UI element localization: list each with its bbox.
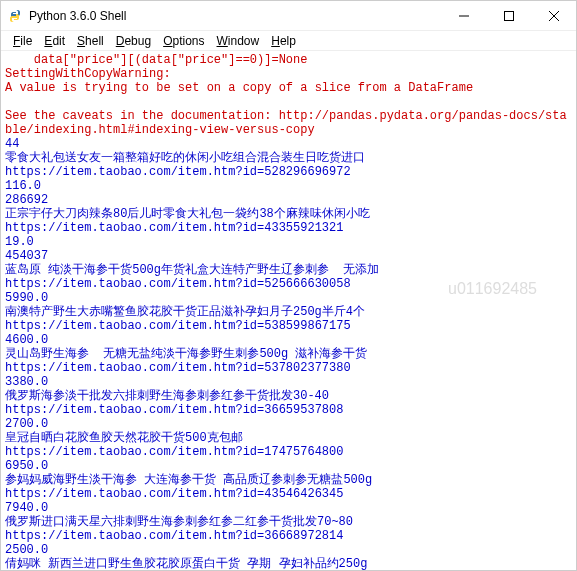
output-line: 5990.0 [5,291,572,305]
output-line: https://item.taobao.com/item.htm?id=5385… [5,319,572,333]
output-line: https://item.taobao.com/item.htm?id=4335… [5,221,572,235]
menu-window[interactable]: Window [211,34,266,48]
output-line: 6950.0 [5,459,572,473]
titlebar: Python 3.6.0 Shell [1,1,576,31]
output-line: 参妈妈威海野生淡干海参 大连海参干货 高品质辽参刺参无糖盐500g [5,473,572,487]
output-line: SettingWithCopyWarning: [5,67,572,81]
output-line: 灵山岛野生海参 无糖无盐纯淡干海参野生刺参500g 滋补海参干货 [5,347,572,361]
menu-debug[interactable]: Debug [110,34,157,48]
output-line: 零食大礼包送女友一箱整箱好吃的休闲小吃组合混合装生日吃货进口 [5,151,572,165]
output-line: 3380.0 [5,375,572,389]
output-line: 454037 [5,249,572,263]
output-line: 19.0 [5,235,572,249]
maximize-button[interactable] [486,1,531,30]
output-line: 2700.0 [5,417,572,431]
output-line [5,95,572,109]
shell-output[interactable]: data["price"][(data["price"]==0)]=NoneSe… [1,51,576,570]
output-line: 俄罗斯进口满天星六排刺野生海参刺参红参二红参干货批发70~80 [5,515,572,529]
output-line: 正宗宇仔大刀肉辣条80后儿时零食大礼包一袋约38个麻辣味休闲小吃 [5,207,572,221]
minimize-button[interactable] [441,1,486,30]
menubar: File Edit Shell Debug Options Window Hel… [1,31,576,51]
python-icon [7,8,23,24]
window-controls [441,1,576,30]
output-line: See the caveats in the documentation: ht… [5,109,572,137]
output-line: 286692 [5,193,572,207]
output-line: https://item.taobao.com/item.htm?id=5378… [5,361,572,375]
output-line: 7940.0 [5,501,572,515]
menu-help[interactable]: Help [265,34,302,48]
output-line: 44 [5,137,572,151]
window-title: Python 3.6.0 Shell [29,9,441,23]
output-line: 2500.0 [5,543,572,557]
output-line: data["price"][(data["price"]==0)]=None [5,53,572,67]
menu-options[interactable]: Options [157,34,210,48]
output-line: https://item.taobao.com/item.htm?id=3665… [5,403,572,417]
output-line: https://item.taobao.com/item.htm?id=4354… [5,487,572,501]
output-line: 蓝岛原 纯淡干海参干货500g年货礼盒大连特产野生辽参刺参 无添加 [5,263,572,277]
output-line: 皇冠自晒白花胶鱼胶天然花胶干货500克包邮 [5,431,572,445]
output-line: 116.0 [5,179,572,193]
svg-rect-1 [504,11,513,20]
menu-file[interactable]: File [7,34,38,48]
output-line: https://item.taobao.com/item.htm?id=3666… [5,529,572,543]
menu-edit[interactable]: Edit [38,34,71,48]
output-line: https://item.taobao.com/item.htm?id=5282… [5,165,572,179]
output-line: 4600.0 [5,333,572,347]
output-line: 俄罗斯海参淡干批发六排刺野生海参刺参红参干货批发30-40 [5,389,572,403]
close-button[interactable] [531,1,576,30]
output-line: https://item.taobao.com/item.htm?id=5256… [5,277,572,291]
output-line: https://item.taobao.com/item.htm?id=1747… [5,445,572,459]
output-line: 倩妈咪 新西兰进口野生鱼胶花胶原蛋白干货 孕期 孕妇补品约250g [5,557,572,570]
output-line: A value is trying to be set on a copy of… [5,81,572,95]
menu-shell[interactable]: Shell [71,34,110,48]
output-line: 南澳特产野生大赤嘴鳘鱼胶花胶干货正品滋补孕妇月子250g半斤4个 [5,305,572,319]
